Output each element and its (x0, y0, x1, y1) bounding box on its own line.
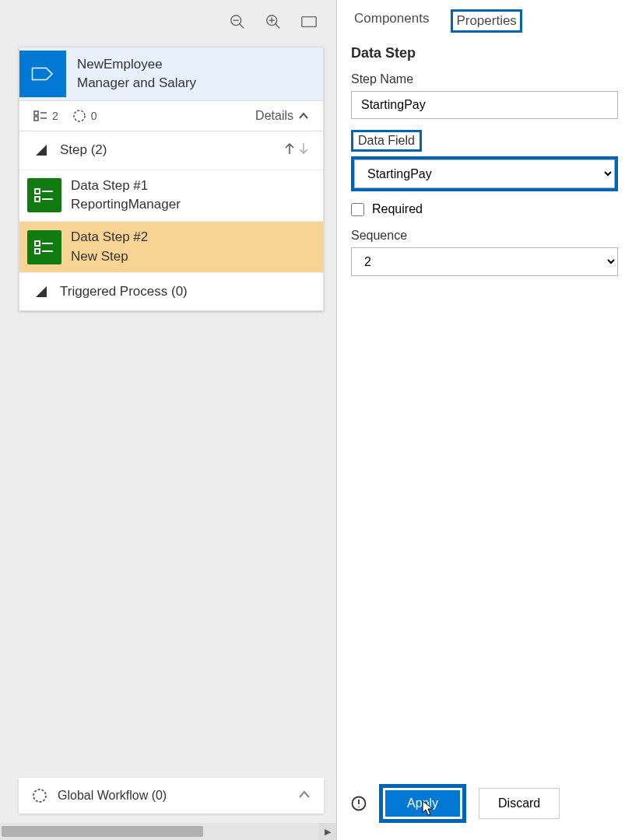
fit-screen-icon[interactable] (300, 13, 318, 33)
global-workflow-bar[interactable]: Global Workflow (0) (19, 778, 324, 814)
panel-title: Data Step (351, 45, 618, 61)
data-field-select[interactable]: StartingPay (354, 159, 615, 188)
workflow-header[interactable]: NewEmployee Manager and Salary (19, 47, 323, 101)
toolbar (0, 0, 336, 47)
svg-line-4 (276, 24, 280, 29)
zoom-out-icon[interactable] (229, 13, 246, 33)
discard-button[interactable]: Discard (479, 788, 560, 819)
step-section-header[interactable]: Step (2) (19, 131, 323, 170)
svg-rect-19 (35, 241, 40, 246)
scroll-right-icon[interactable]: ▶ (319, 823, 336, 840)
triangle-icon (33, 284, 49, 299)
data-step-icon (27, 230, 61, 264)
chevron-up-icon (297, 789, 311, 803)
svg-rect-8 (34, 111, 38, 115)
triangle-icon (33, 142, 49, 158)
svg-point-12 (74, 110, 85, 121)
svg-point-23 (33, 789, 46, 802)
global-workflow-label: Global Workflow (0) (58, 789, 167, 803)
step-name-input[interactable] (351, 91, 618, 119)
triggered-process-section[interactable]: Triggered Process (0) (19, 273, 323, 310)
data-step-1[interactable]: Data Step #1 ReportingManager (19, 170, 323, 222)
required-checkbox[interactable] (351, 203, 364, 216)
workflow-title: NewEmployee (77, 55, 196, 74)
data-step-icon (27, 178, 61, 212)
move-up-icon[interactable] (284, 142, 295, 159)
apply-button-highlight: Apply (379, 784, 466, 823)
data-step-sub: New Step (71, 247, 148, 267)
horizontal-scrollbar[interactable]: ▶ (0, 823, 336, 840)
svg-line-1 (240, 24, 244, 29)
scrollbar-thumb[interactable] (2, 826, 203, 837)
data-step-sub: ReportingManager (71, 195, 181, 215)
data-step-title: Data Step #1 (71, 177, 181, 196)
workflow-info-bar: 2 0 Details (19, 101, 323, 131)
svg-rect-15 (35, 189, 40, 194)
required-label: Required (372, 202, 423, 216)
list-count: 2 (33, 110, 58, 122)
workflow-card: NewEmployee Manager and Salary 2 0 Detai… (19, 47, 324, 311)
svg-point-26 (358, 807, 360, 808)
svg-rect-21 (35, 249, 40, 254)
cycle-icon (31, 787, 48, 804)
details-toggle[interactable]: Details (255, 109, 309, 123)
data-step-2[interactable]: Data Step #2 New Step (19, 222, 323, 273)
move-down-icon[interactable] (298, 142, 309, 159)
svg-rect-10 (34, 117, 38, 121)
tab-components[interactable]: Components (351, 9, 432, 33)
svg-rect-17 (35, 197, 40, 201)
apply-button[interactable]: Apply (385, 790, 460, 817)
properties-tabs: Components Properties (337, 0, 632, 42)
tab-properties[interactable]: Properties (451, 9, 521, 33)
info-icon[interactable] (351, 796, 367, 811)
data-step-title: Data Step #2 (71, 228, 148, 247)
sequence-select[interactable]: 2 (351, 247, 618, 276)
panel-footer: Apply Discard (337, 772, 632, 840)
triggered-label: Triggered Process (0) (60, 284, 188, 299)
sequence-label: Sequence (351, 229, 407, 243)
zoom-in-icon[interactable] (265, 13, 282, 33)
workflow-chevron-icon (19, 51, 66, 97)
step-label: Step (2) (60, 142, 107, 158)
data-field-label: Data Field (351, 130, 422, 152)
svg-rect-7 (302, 17, 316, 27)
step-name-label: Step Name (351, 72, 413, 86)
workflow-subtitle: Manager and Salary (77, 74, 196, 93)
cycle-count: 0 (72, 109, 97, 123)
